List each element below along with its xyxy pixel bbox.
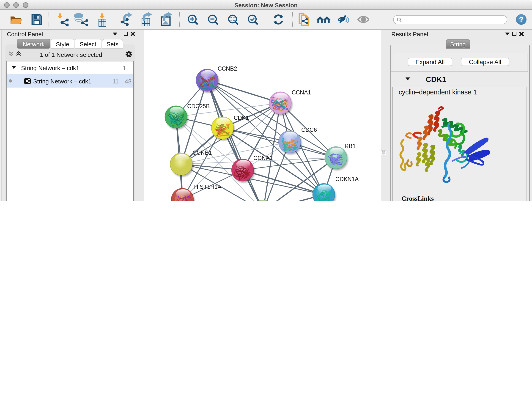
svg-text:CDC25B: CDC25B: [187, 103, 210, 109]
svg-text:CCNB1: CCNB1: [192, 149, 212, 156]
svg-text:CDK1: CDK1: [234, 114, 249, 121]
svg-text:CCNB2: CCNB2: [217, 65, 237, 71]
svg-text:RB1: RB1: [344, 143, 355, 149]
svg-text:CDC6: CDC6: [301, 126, 317, 133]
svg-text:CCNA2: CCNA2: [253, 154, 273, 161]
svg-text:HIST1H1A: HIST1H1A: [194, 183, 221, 190]
svg-text:CDKN1A: CDKN1A: [335, 176, 359, 182]
svg-text:CCNA1: CCNA1: [291, 89, 311, 95]
